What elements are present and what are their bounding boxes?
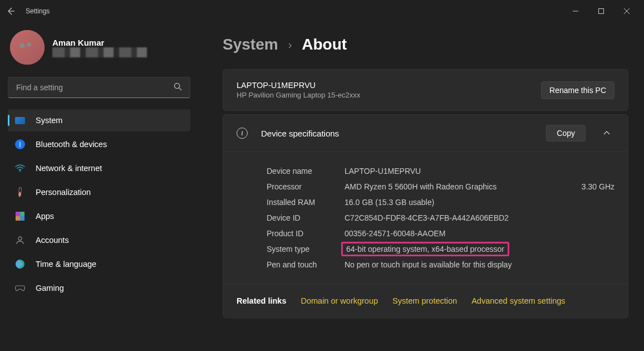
- highlighted-system-type: 64-bit operating system, x64-based proce…: [341, 242, 509, 256]
- link-system-protection[interactable]: System protection: [392, 296, 457, 305]
- avatar: [10, 30, 45, 65]
- sidebar-item-bluetooth[interactable]: ᛒ Bluetooth & devices: [8, 133, 190, 155]
- sidebar-item-label: Accounts: [36, 236, 69, 245]
- sidebar-item-label: Bluetooth & devices: [36, 140, 107, 149]
- svg-point-2: [19, 170, 21, 172]
- bluetooth-icon: ᛒ: [14, 139, 26, 150]
- spec-row-device-name: Device name LAPTOP-U1MEPRVU: [267, 163, 614, 179]
- device-model: HP Pavilion Gaming Laptop 15-ec2xxx: [237, 91, 360, 99]
- sidebar-item-system[interactable]: System: [8, 109, 190, 131]
- spec-row-ram: Installed RAM 16.0 GB (15.3 GB usable): [267, 194, 614, 210]
- sidebar-item-label: Gaming: [36, 284, 64, 292]
- related-links: Related links Domain or workgroup System…: [223, 284, 628, 318]
- spec-row-processor: Processor AMD Ryzen 5 5600H with Radeon …: [267, 179, 614, 194]
- sidebar-item-network[interactable]: Network & internet: [8, 157, 190, 179]
- sidebar-item-label: Personalization: [36, 188, 91, 197]
- system-icon: [14, 115, 26, 126]
- sidebar-item-label: Time & language: [36, 260, 96, 269]
- profile-email-redacted: [52, 47, 147, 57]
- link-advanced-settings[interactable]: Advanced system settings: [471, 296, 565, 305]
- search-icon: [174, 82, 182, 93]
- sidebar-item-gaming[interactable]: Gaming: [8, 277, 190, 299]
- rename-pc-button[interactable]: Rename this PC: [541, 81, 614, 99]
- spec-body: Device name LAPTOP-U1MEPRVU Processor AM…: [223, 152, 628, 284]
- profile-block[interactable]: Aman Kumar: [8, 30, 195, 76]
- svg-point-1: [174, 83, 179, 88]
- device-card: LAPTOP-U1MEPRVU HP Pavilion Gaming Lapto…: [223, 69, 628, 111]
- sidebar-item-time[interactable]: Time & language: [8, 253, 190, 275]
- breadcrumb: System › About: [223, 36, 628, 53]
- sidebar-item-accounts[interactable]: Accounts: [8, 229, 190, 251]
- spec-row-pen-touch: Pen and touch No pen or touch input is a…: [267, 257, 614, 272]
- close-button[interactable]: [614, 2, 640, 20]
- search-input[interactable]: [16, 83, 174, 92]
- sidebar-item-label: Network & internet: [36, 164, 102, 173]
- person-icon: [14, 235, 26, 246]
- sidebar-item-label: Apps: [36, 212, 54, 221]
- gamepad-icon: [14, 282, 26, 294]
- spec-row-product-id: Product ID 00356-24571-60048-AAOEM: [267, 226, 614, 241]
- sidebar-item-label: System: [36, 116, 62, 125]
- device-specifications-card: i Device specifications Copy Device name…: [223, 114, 628, 318]
- breadcrumb-parent[interactable]: System: [223, 36, 278, 53]
- titlebar: Settings: [0, 0, 644, 22]
- sidebar-item-apps[interactable]: Apps: [8, 205, 190, 227]
- spec-row-device-id: Device ID C72C854D-FDF8-4CE3-A7FB-A442A6…: [267, 210, 614, 226]
- search-box[interactable]: [8, 77, 190, 98]
- chevron-right-icon: ›: [288, 38, 292, 51]
- svg-point-3: [18, 237, 22, 240]
- content-area: System › About LAPTOP-U1MEPRVU HP Pavili…: [195, 22, 644, 351]
- link-domain-workgroup[interactable]: Domain or workgroup: [301, 296, 378, 305]
- apps-icon: [14, 211, 26, 222]
- profile-name: Aman Kumar: [52, 38, 147, 47]
- sidebar-item-personalization[interactable]: 🖌 Personalization: [8, 181, 190, 203]
- minimize-button[interactable]: [563, 2, 588, 20]
- spec-title: Device specifications: [261, 129, 533, 138]
- wifi-icon: [14, 163, 26, 174]
- chevron-up-icon[interactable]: [599, 129, 614, 137]
- maximize-button[interactable]: [588, 2, 614, 20]
- back-button[interactable]: [4, 5, 17, 17]
- sidebar: Aman Kumar System ᛒ Bluetooth & devices: [0, 22, 195, 351]
- paintbrush-icon: 🖌: [12, 184, 28, 200]
- globe-icon: [14, 259, 26, 270]
- spec-row-system-type: System type 64-bit operating system, x64…: [267, 241, 614, 257]
- svg-rect-0: [599, 9, 604, 14]
- related-links-label: Related links: [237, 296, 286, 305]
- spec-header[interactable]: i Device specifications Copy: [223, 115, 628, 152]
- info-icon: i: [237, 128, 248, 139]
- page-title: About: [302, 36, 347, 53]
- device-name: LAPTOP-U1MEPRVU: [237, 81, 360, 90]
- nav-list: System ᛒ Bluetooth & devices Network & i…: [8, 109, 195, 299]
- copy-button[interactable]: Copy: [546, 125, 586, 142]
- window-title: Settings: [26, 7, 50, 15]
